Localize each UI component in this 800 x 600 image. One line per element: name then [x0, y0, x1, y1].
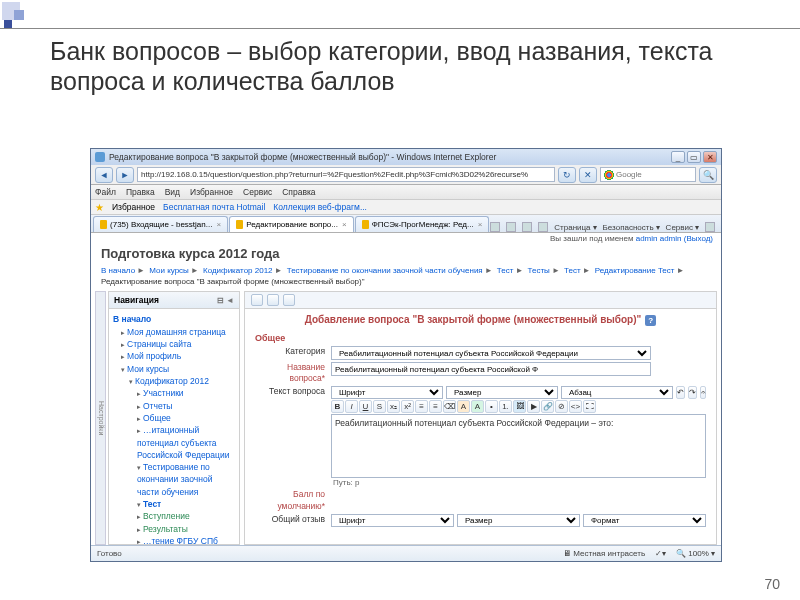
color-button[interactable]: A [457, 400, 470, 413]
tab-edit-question[interactable]: Редактирование вопро...× [229, 216, 354, 232]
question-text-editor[interactable]: Реабилитационный потенциал субъекта Росс… [331, 414, 706, 478]
tool-mail[interactable] [522, 222, 532, 232]
tabstrip: (735) Входящие - besstjan...× Редактиров… [91, 215, 721, 233]
align-left-button[interactable]: ≡ [415, 400, 428, 413]
close-button[interactable]: ✕ [703, 151, 717, 163]
nav-item[interactable]: Общее [143, 413, 171, 423]
refresh-button[interactable]: ↻ [558, 167, 576, 183]
protected-mode[interactable]: ✓▾ [655, 549, 666, 558]
tool-home[interactable] [490, 222, 500, 232]
redo-button[interactable]: ↷ [688, 386, 697, 399]
search-button[interactable]: 🔍 [699, 167, 717, 183]
nav-item[interactable]: Мои курсы [127, 364, 169, 374]
nav-item[interactable]: Отчеты [143, 401, 172, 411]
category-select[interactable]: Реабилитационный потенциал субъекта Росс… [331, 346, 651, 360]
doc-icon[interactable] [283, 294, 295, 306]
crumb[interactable]: В начало [101, 266, 135, 275]
size-select[interactable]: Размер [457, 514, 580, 527]
nav-item[interactable]: Мой профиль [127, 351, 181, 361]
close-icon[interactable]: × [216, 220, 221, 229]
italic-button[interactable]: I [345, 400, 358, 413]
nav-item[interactable]: Страницы сайта [127, 339, 192, 349]
nav-item[interactable]: Результаты [143, 524, 188, 534]
tab-inbox[interactable]: (735) Входящие - besstjan...× [93, 216, 228, 232]
crumb[interactable]: Тесты [528, 266, 550, 275]
nav-item[interactable]: Вступление [143, 511, 190, 521]
align-center-button[interactable]: ≡ [429, 400, 442, 413]
undo-button[interactable]: ↶ [676, 386, 685, 399]
image-button[interactable]: 🖼 [513, 400, 526, 413]
doc-icon[interactable] [267, 294, 279, 306]
help-icon[interactable]: ? [645, 315, 656, 326]
strike-button[interactable]: S [373, 400, 386, 413]
address-bar: ◄ ► http://192.168.0.15/question/questio… [91, 165, 721, 185]
html-button[interactable]: <> [569, 400, 582, 413]
underline-button[interactable]: U [359, 400, 372, 413]
fullscreen-button[interactable]: ⛶ [583, 400, 596, 413]
fav-link-gallery[interactable]: Коллекция веб-фрагм... [273, 202, 367, 212]
nav-item[interactable]: Тест [143, 499, 161, 509]
close-icon[interactable]: × [478, 220, 483, 229]
bold-button[interactable]: B [331, 400, 344, 413]
url-field[interactable]: http://192.168.0.15/question/question.ph… [137, 167, 555, 182]
zoom-level[interactable]: 🔍 100% ▾ [676, 549, 715, 558]
forward-button[interactable]: ► [116, 167, 134, 183]
nav-item[interactable]: …итационный потенциал субъекта Российско… [137, 425, 229, 460]
menu-help[interactable]: Справка [282, 187, 315, 197]
crumb[interactable]: Кодификатор 2012 [203, 266, 273, 275]
crumb[interactable]: Мои курсы [149, 266, 189, 275]
minimize-button[interactable]: _ [671, 151, 685, 163]
tab-other[interactable]: ФПСЭк-ПрогМенедж: Ред...× [355, 216, 490, 232]
bullets-button[interactable]: • [485, 400, 498, 413]
nav-item[interactable]: Кодификатор 2012 [135, 376, 209, 386]
back-button[interactable]: ◄ [95, 167, 113, 183]
bg-button[interactable]: A [471, 400, 484, 413]
user-link[interactable]: admin admin [636, 234, 682, 243]
find-button[interactable]: 𝄐 [700, 386, 706, 399]
crumb[interactable]: Тест [564, 266, 581, 275]
crumb[interactable]: Тестирование по окончании заочной части … [287, 266, 483, 275]
nav-item[interactable]: Моя домашняя страница [127, 327, 226, 337]
stop-button[interactable]: ✕ [579, 167, 597, 183]
sub-button[interactable]: x₂ [387, 400, 400, 413]
tool-tools[interactable]: Сервис ▾ [666, 223, 699, 232]
menu-file[interactable]: Файл [95, 187, 116, 197]
size-select[interactable]: Размер [446, 386, 558, 399]
nav-item[interactable]: Участники [143, 388, 184, 398]
menu-tools[interactable]: Сервис [243, 187, 272, 197]
favorites-icon[interactable]: ★ [95, 202, 104, 213]
para-select[interactable]: Абзац [561, 386, 673, 399]
format-select[interactable]: Формат [583, 514, 706, 527]
crumb[interactable]: Редактирование Тест [595, 266, 675, 275]
question-name-input[interactable] [331, 362, 651, 376]
menu-favorites[interactable]: Избранное [190, 187, 233, 197]
numlist-button[interactable]: 1. [499, 400, 512, 413]
close-icon[interactable]: × [342, 220, 347, 229]
nav-item[interactable]: Тестирование по окончании заочной части … [137, 462, 212, 497]
nav-collapse-icon[interactable]: ⊟ ◄ [217, 296, 234, 305]
nav-root[interactable]: В начало [113, 314, 151, 324]
unlink-button[interactable]: ⊘ [555, 400, 568, 413]
font-select[interactable]: Шрифт [331, 386, 443, 399]
logout-link[interactable]: (Выход) [684, 234, 713, 243]
sup-button[interactable]: x² [401, 400, 414, 413]
menu-edit[interactable]: Правка [126, 187, 155, 197]
media-button[interactable]: ▶ [527, 400, 540, 413]
font-select[interactable]: Шрифт [331, 514, 454, 527]
doc-icon[interactable] [251, 294, 263, 306]
menu-view[interactable]: Вид [165, 187, 180, 197]
tool-print[interactable] [538, 222, 548, 232]
tool-help[interactable] [705, 222, 715, 232]
crumb[interactable]: Тест [497, 266, 514, 275]
link-button[interactable]: 🔗 [541, 400, 554, 413]
clean-button[interactable]: ⌫ [443, 400, 456, 413]
fav-link-hotmail[interactable]: Бесплатная почта Hotmail [163, 202, 265, 212]
settings-dock-tab[interactable]: Настройки [95, 291, 106, 545]
nav-item[interactable]: …тение ФГБУ СПб НИЦЭР им. Г.А.Альбрехта … [137, 536, 220, 544]
tool-feeds[interactable] [506, 222, 516, 232]
favorites-label: Избранное [112, 202, 155, 212]
tool-page[interactable]: Страница ▾ [554, 223, 596, 232]
maximize-button[interactable]: ▭ [687, 151, 701, 163]
tool-safety[interactable]: Безопасность ▾ [603, 223, 660, 232]
search-input[interactable]: Google [600, 167, 696, 182]
